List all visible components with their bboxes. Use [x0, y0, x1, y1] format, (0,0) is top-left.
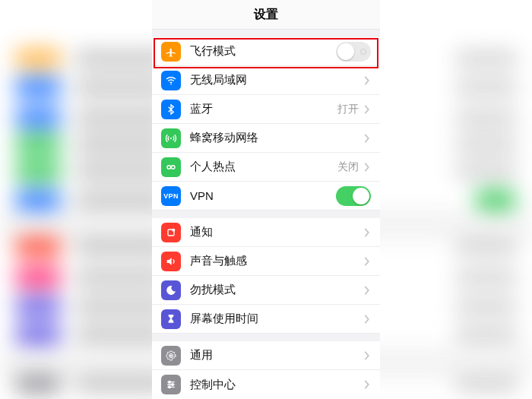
notifications-label: 通知: [190, 225, 363, 239]
svg-point-9: [169, 386, 171, 388]
chevron-right-icon: [363, 350, 371, 361]
bluetooth-value: 打开: [337, 103, 359, 116]
chevron-right-icon: [363, 379, 371, 390]
row-cellular[interactable]: 蜂窝移动网络: [152, 124, 380, 153]
settings-group-general: 通用 控制中心: [152, 341, 380, 399]
vpn-toggle[interactable]: [336, 186, 371, 206]
chevron-right-icon: [363, 227, 371, 238]
row-sound[interactable]: 声音与触感: [152, 247, 380, 276]
hotspot-label: 个人热点: [190, 160, 337, 174]
airplane-icon: [161, 42, 181, 62]
row-bluetooth[interactable]: 蓝牙 打开: [152, 95, 380, 124]
antenna-icon: [161, 128, 181, 148]
svg-point-2: [167, 165, 171, 169]
chevron-right-icon: [363, 285, 371, 296]
svg-point-5: [172, 228, 175, 231]
airplane-label: 飞行模式: [190, 44, 336, 59]
chevron-right-icon: [363, 133, 371, 144]
screentime-label: 屏幕使用时间: [190, 312, 363, 326]
moon-icon: [161, 280, 181, 300]
settings-group-network: 飞行模式 无线局域网 蓝牙 打开 蜂窝移动网络: [152, 37, 380, 211]
wifi-label: 无线局域网: [190, 73, 363, 87]
svg-point-8: [172, 384, 174, 386]
chevron-right-icon: [363, 256, 371, 267]
svg-point-0: [170, 83, 172, 84]
sound-icon: [161, 252, 181, 271]
bluetooth-icon: [161, 100, 181, 119]
general-label: 通用: [190, 348, 363, 363]
page-title: 设置: [254, 7, 278, 23]
airplane-toggle[interactable]: [336, 42, 371, 62]
hotspot-value: 关闭: [337, 160, 359, 174]
vpn-label: VPN: [190, 189, 336, 202]
wifi-icon: [161, 71, 181, 90]
vpn-icon: VPN: [161, 186, 181, 206]
sound-label: 声音与触感: [190, 254, 363, 268]
svg-point-7: [169, 381, 171, 383]
sliders-icon: [161, 375, 181, 394]
row-hotspot[interactable]: 个人热点 关闭: [152, 153, 380, 182]
row-notifications[interactable]: 通知: [152, 218, 380, 247]
svg-point-1: [170, 137, 172, 138]
settings-group-notify: 通知 声音与触感 勿扰模式 屏幕使用时间: [152, 218, 380, 334]
hotspot-icon: [161, 157, 181, 177]
svg-point-6: [169, 354, 172, 356]
bluetooth-label: 蓝牙: [190, 102, 337, 116]
cellular-label: 蜂窝移动网络: [190, 131, 363, 145]
row-control-center[interactable]: 控制中心: [152, 370, 380, 399]
settings-panel: 设置 飞行模式 无线局域网 蓝牙 打开: [152, 0, 380, 399]
chevron-right-icon: [363, 104, 371, 115]
row-vpn[interactable]: VPN VPN: [152, 182, 380, 211]
row-wifi[interactable]: 无线局域网: [152, 66, 380, 95]
gear-icon: [161, 346, 181, 366]
row-dnd[interactable]: 勿扰模式: [152, 276, 380, 305]
chevron-right-icon: [363, 314, 371, 325]
chevron-right-icon: [363, 75, 371, 86]
chevron-right-icon: [363, 162, 371, 173]
control-center-label: 控制中心: [190, 378, 363, 392]
header: 设置: [152, 0, 380, 30]
row-screentime[interactable]: 屏幕使用时间: [152, 305, 380, 334]
row-airplane-mode[interactable]: 飞行模式: [152, 37, 380, 66]
hourglass-icon: [161, 309, 181, 329]
dnd-label: 勿扰模式: [190, 283, 363, 297]
row-general[interactable]: 通用: [152, 341, 380, 370]
notifications-icon: [161, 223, 181, 242]
svg-point-3: [171, 165, 175, 169]
